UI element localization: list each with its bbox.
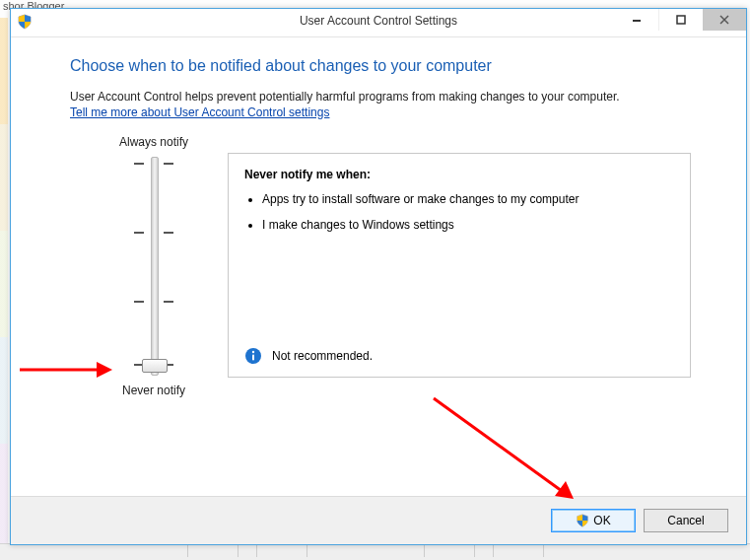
slider-column: Always notify Never notify [70,135,238,397]
button-row: OK Cancel [11,496,746,544]
svg-rect-1 [677,16,685,24]
maximize-icon [676,15,686,25]
minimize-icon [632,15,642,25]
svg-point-6 [252,351,254,353]
maximize-button[interactable] [659,9,703,31]
uac-window: User Account Control Settings Choose whe… [10,8,747,545]
slider-track [151,157,159,376]
info-panel: Never notify me when: Apps try to instal… [228,153,691,378]
info-panel-list: Apps try to install software or make cha… [262,191,674,233]
cancel-button[interactable]: Cancel [644,509,728,532]
titlebar[interactable]: User Account Control Settings [11,9,746,37]
uac-slider[interactable] [70,157,238,374]
slider-tick [134,301,173,303]
slider-thumb[interactable] [142,359,168,373]
info-bullet: I make changes to Windows settings [262,217,674,233]
info-panel-title: Never notify me when: [244,168,674,181]
slider-tick [134,232,173,234]
info-footer-text: Not recommended. [272,349,373,363]
help-link[interactable]: Tell me more about User Account Control … [70,105,329,119]
cancel-button-label: Cancel [667,514,704,527]
background-taskbar [0,543,750,560]
close-button[interactable] [703,9,746,31]
background-stripe [0,18,8,550]
close-icon [719,15,729,25]
window-controls [615,9,746,31]
slider-label-top: Always notify [70,135,238,149]
ok-button-label: OK [593,514,610,527]
page-heading: Choose when to be notified about changes… [70,57,699,75]
content-area: Choose when to be notified about changes… [11,37,746,498]
body-row: Always notify Never notify Never notify … [70,135,699,441]
slider-tick [134,163,173,165]
page-description: User Account Control helps prevent poten… [70,89,699,105]
minimize-button[interactable] [615,9,659,31]
svg-rect-0 [633,20,641,22]
slider-label-bottom: Never notify [70,384,238,397]
info-icon [244,347,262,365]
svg-rect-5 [252,354,254,360]
info-panel-footer: Not recommended. [244,347,373,365]
ok-button[interactable]: OK [551,509,636,532]
info-bullet: Apps try to install software or make cha… [262,191,674,207]
uac-shield-icon [576,514,589,527]
